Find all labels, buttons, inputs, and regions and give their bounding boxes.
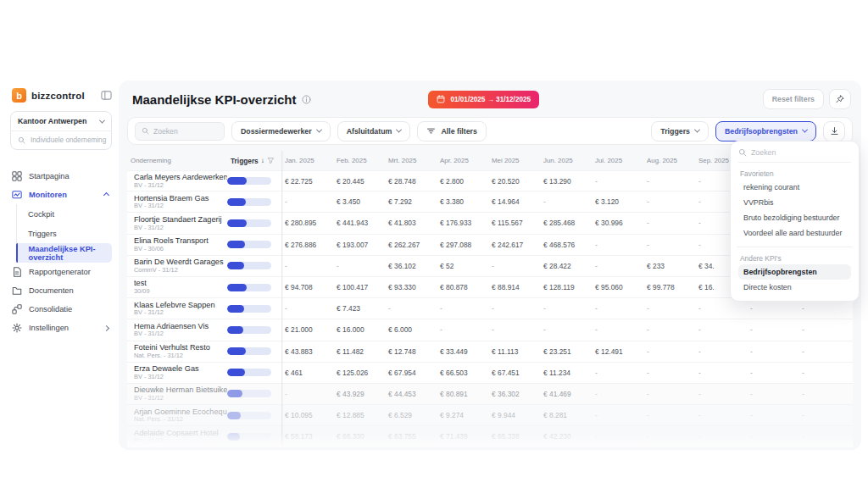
kpi-value-cell: - [488, 325, 540, 334]
kpi-value-cell: € 12.748 [385, 347, 437, 356]
trigger-bar-cell[interactable] [227, 219, 281, 227]
filter-label: Dossiermedewerker [241, 127, 312, 136]
kpi-option[interactable]: rekening courant [738, 180, 851, 195]
column-header-triggers[interactable]: Triggers ↓ [227, 157, 281, 165]
trigger-bar-cell[interactable] [227, 198, 281, 206]
trigger-bar-track [227, 347, 271, 355]
trigger-bar-fill [227, 412, 241, 419]
trigger-bar-cell[interactable] [227, 305, 281, 313]
reset-filters-button[interactable]: Reset filters [763, 89, 824, 109]
trigger-bar-cell[interactable] [227, 433, 281, 441]
kpi-option[interactable]: VVPRbis [738, 195, 851, 210]
table-row[interactable]: Erza Dewaele Gas BV - 31/12 € 461€ 125.0… [127, 363, 853, 384]
column-header-onderneming[interactable]: Onderneming [127, 157, 227, 164]
afsluitdatum-filter[interactable]: Afsluitdatum [337, 121, 411, 141]
kpi-value-cell: - [695, 369, 747, 377]
sidebar-collapse-icon[interactable] [101, 90, 112, 101]
alle-filters-button[interactable]: Alle filters [417, 121, 487, 141]
kpi-value-cell: - [592, 262, 643, 270]
kpi-value-cell: - [643, 325, 695, 334]
filter-label: Alle filters [441, 127, 477, 136]
kpi-value-cell: - [798, 390, 850, 398]
kpi-value-cell: € 52 [437, 262, 488, 270]
kpi-section-label-favorieten: Favorieten [740, 169, 849, 178]
trigger-bar-cell[interactable] [227, 241, 281, 248]
kpi-value-cell: € 176.933 [437, 219, 488, 227]
kpi-select-button[interactable]: Bedrijfsopbrengsten [715, 121, 816, 141]
kpi-section-label-andere: Andere KPI's [740, 254, 849, 263]
kpi-value-cell: € 8.281 [540, 411, 592, 419]
trigger-bar-cell[interactable] [227, 347, 281, 355]
kpi-value-cell: € 262.267 [385, 241, 437, 249]
kpi-option[interactable]: Bruto bezoldiging bestuurder [738, 210, 851, 225]
filter-funnel-icon[interactable] [267, 157, 275, 164]
sidebar-item-maandelijkse-kpi-overzicht[interactable]: Maandelijkse KPI-overzicht [16, 243, 113, 263]
company-subtitle: Nat. Pers. - 31/12 [134, 352, 227, 360]
trigger-bar-cell[interactable] [227, 326, 281, 334]
table-row[interactable]: Adelaide Copsaert Hotel BV - 31/12 € 58.… [127, 426, 853, 447]
table-row[interactable]: Arjan Goeminne Ecocheques Nat. Pers. - 3… [127, 405, 853, 426]
kpi-option[interactable]: Directe kosten [738, 280, 851, 295]
office-select[interactable]: Kantoor Antwerpen [11, 112, 111, 130]
sidebar-item-cockpit[interactable]: Cockpit [17, 204, 112, 224]
sidebar-item-label: Instellingen [29, 324, 69, 332]
kpi-value-cell: - [592, 390, 643, 398]
sidebar-item-triggers[interactable]: Triggers [17, 224, 112, 243]
sidebar-item-monitoren[interactable]: Monitoren [10, 186, 112, 204]
kpi-value-cell: € 16.000 [333, 325, 385, 334]
table-row[interactable]: Dieuwke Herman Bietsuikers BV - 31/12 -€… [127, 384, 853, 405]
kpi-value-cell: € 95.060 [592, 283, 643, 291]
company-cell: Dieuwke Herman Bietsuikers BV - 31/12 [127, 385, 227, 402]
kpi-value-cell: - [540, 325, 592, 334]
kpi-value-cell: € 193.007 [333, 241, 385, 249]
kpi-value-cell: € 3.380 [437, 197, 488, 206]
trigger-bar-cell[interactable] [227, 284, 281, 291]
company-search-input[interactable] [31, 136, 108, 144]
company-subtitle: CommV - 31/12 [134, 267, 227, 275]
kpi-value-cell: € 66.330 [333, 432, 385, 441]
kpi-value-cell: € 242.617 [488, 241, 540, 249]
info-icon[interactable] [302, 95, 311, 104]
kpi-option[interactable]: Bedrijfsopbrengsten [738, 264, 851, 280]
kpi-value-cell: € 99.778 [643, 283, 695, 291]
company-cell: Barin De Weerdt Garages CommV - 31/12 [127, 258, 227, 274]
table-row[interactable]: Hema Adriaensen Vis BV - 31/12 € 21.000€… [127, 319, 853, 341]
trigger-bar-cell[interactable] [227, 412, 281, 419]
company-cell: Elina Roels Transport BV - 30/06 [127, 236, 227, 252]
kpi-dropdown-search-input[interactable] [751, 148, 844, 157]
kpi-value-cell: - [695, 304, 747, 313]
kpi-value-cell: € 41.469 [540, 390, 592, 398]
table-row[interactable]: Foteini Verhulst Resto Nat. Pers. - 31/1… [127, 341, 853, 363]
trigger-bar-fill [227, 390, 242, 397]
sidebar-item-startpagina[interactable]: Startpagina [10, 167, 112, 186]
download-icon [830, 126, 839, 136]
kpi-value-cell: - [643, 369, 695, 377]
dossiermedewerker-filter[interactable]: Dossiermedewerker [231, 121, 331, 141]
download-button[interactable] [823, 121, 845, 141]
page-header: Maandelijkse KPI-overzicht 01/01/2025 → … [119, 80, 861, 117]
trigger-bar-cell[interactable] [227, 390, 281, 397]
pin-button[interactable] [829, 89, 851, 109]
table-search-input[interactable] [153, 127, 213, 136]
kpi-value-cell: € 36.102 [385, 262, 437, 270]
trigger-bar-cell[interactable] [227, 177, 281, 185]
company-cell: Floortje Standaert Zagerij BV - 31/12 [127, 215, 227, 231]
chevron-down-icon [316, 127, 322, 133]
trigger-bar-cell[interactable] [227, 262, 281, 269]
company-subtitle: Nat. Pers. - 31/12 [134, 416, 227, 424]
filter-label: Triggers [660, 127, 690, 136]
sidebar-item-rapportgenerator[interactable]: Rapportgenerator [10, 263, 112, 281]
sidebar-item-consolidatie[interactable]: Consolidatie [10, 300, 112, 319]
kpi-value-cell: - [747, 304, 798, 313]
gear-icon [12, 323, 22, 333]
sidebar-item-instellingen[interactable]: Instellingen [10, 319, 112, 337]
kpi-option[interactable]: Voordeel alle aard bestuurder [738, 225, 851, 241]
kpi-value-cell: € 7.292 [385, 197, 437, 206]
sidebar-item-documenten[interactable]: Documenten [10, 281, 112, 300]
triggers-filter[interactable]: Triggers [651, 121, 709, 141]
date-range-picker[interactable]: 01/01/2025 → 31/12/2025 [428, 91, 539, 108]
calendar-icon [437, 95, 445, 103]
sidebar-item-label: Cockpit [28, 210, 54, 219]
trigger-bar-cell[interactable] [227, 369, 281, 376]
reset-filters-label: Reset filters [772, 95, 815, 103]
